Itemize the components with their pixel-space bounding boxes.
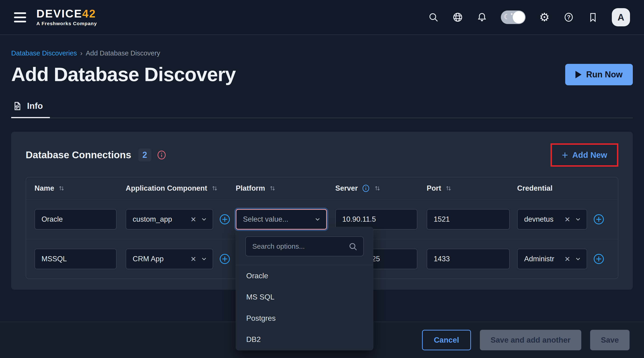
add-application-component-button-row1[interactable]	[219, 214, 230, 225]
save-and-add-another-button[interactable]: Save and add another	[480, 330, 581, 350]
save-button[interactable]: Save	[590, 330, 630, 350]
add-application-component-button-row2[interactable]	[219, 253, 230, 265]
toggle-knob	[513, 11, 525, 23]
application-component-select-row2[interactable]: CRM App ✕	[126, 249, 213, 269]
column-header-port[interactable]: Port	[427, 184, 517, 193]
settings-gear-icon[interactable]: ⚙	[539, 12, 550, 22]
column-header-server[interactable]: Server	[335, 184, 427, 193]
cancel-button[interactable]: Cancel	[422, 330, 471, 350]
section-title: Database Connections	[26, 149, 131, 161]
topbar-icons: ☾ ✦ ⚙ ? A	[428, 8, 630, 26]
server-input-row1[interactable]	[335, 209, 417, 230]
breadcrumb-separator: ›	[80, 49, 82, 57]
connections-table: Name Application Component Platform Serv…	[26, 177, 618, 279]
tab-info[interactable]: Info	[11, 101, 50, 118]
sort-icon[interactable]	[269, 185, 276, 192]
hamburger-menu-icon[interactable]	[14, 12, 26, 22]
credential-select-row1[interactable]: devnetus ✕	[517, 209, 587, 230]
chevron-down-icon	[574, 256, 582, 262]
user-avatar[interactable]: A	[612, 8, 630, 26]
port-input-row2[interactable]	[427, 249, 510, 269]
breadcrumb-current: Add Database Discovery	[86, 49, 160, 57]
table-row: custom_app ✕ Select value...	[26, 200, 618, 239]
tab-info-label: Info	[27, 101, 43, 111]
add-new-label: Add New	[572, 150, 607, 160]
dropdown-option-db2[interactable]: DB2	[236, 329, 373, 350]
dropdown-option-ms-sql[interactable]: MS SQL	[236, 287, 373, 308]
page-title: Add Database Discovery	[11, 63, 236, 86]
plus-icon: +	[562, 151, 568, 159]
add-credential-button-row2[interactable]	[593, 253, 604, 265]
breadcrumb: Database Discoveries › Add Database Disc…	[11, 49, 633, 57]
help-icon[interactable]: ?	[563, 12, 574, 22]
clear-icon[interactable]: ✕	[564, 215, 571, 224]
section-info-icon[interactable]	[156, 150, 167, 160]
add-credential-button-row1[interactable]	[593, 214, 604, 225]
clear-icon[interactable]: ✕	[564, 255, 571, 263]
sort-icon[interactable]	[374, 185, 381, 192]
dropdown-option-postgres[interactable]: Postgres	[236, 308, 373, 329]
add-new-button[interactable]: + Add New	[552, 145, 617, 165]
document-icon	[12, 101, 22, 111]
column-header-name[interactable]: Name	[34, 184, 126, 193]
credential-select-row2[interactable]: Administr ✕	[517, 249, 587, 269]
port-input-row1[interactable]	[427, 209, 510, 230]
search-icon[interactable]	[428, 12, 439, 22]
column-header-application-component[interactable]: Application Component	[126, 184, 236, 193]
topbar: DEVICE42 A Freshworks Company ☾ ✦ ⚙ ? A	[0, 0, 644, 35]
application-component-select-row1[interactable]: custom_app ✕	[126, 209, 213, 230]
svg-text:?: ?	[567, 14, 570, 20]
logo-accent-text: 42	[82, 7, 96, 20]
sort-icon[interactable]	[58, 185, 65, 192]
logo[interactable]: DEVICE42 A Freshworks Company	[36, 8, 97, 26]
platform-dropdown: Oracle MS SQL Postgres DB2	[236, 227, 373, 350]
play-icon	[576, 71, 582, 78]
globe-icon[interactable]	[452, 12, 463, 22]
run-now-label: Run Now	[586, 70, 622, 79]
add-new-annotation-box: + Add New	[550, 143, 618, 167]
notifications-bell-icon[interactable]	[476, 12, 487, 22]
column-header-credential[interactable]: Credential	[517, 184, 610, 193]
table-header-row: Name Application Component Platform Serv…	[26, 177, 618, 200]
search-icon	[348, 242, 358, 251]
dropdown-option-oracle[interactable]: Oracle	[236, 265, 373, 287]
bookmark-icon[interactable]	[588, 12, 598, 22]
avatar-letter: A	[618, 12, 624, 22]
column-header-platform[interactable]: Platform	[236, 184, 335, 193]
sort-icon[interactable]	[445, 185, 452, 192]
platform-select-row1[interactable]: Select value...	[236, 209, 327, 230]
clear-icon[interactable]: ✕	[190, 255, 197, 263]
chevron-down-icon	[200, 216, 208, 223]
logo-brand-text: DEVICE	[36, 7, 82, 20]
chevron-down-icon	[200, 256, 208, 262]
database-connections-card: Database Connections 2 + Add New Name	[11, 132, 633, 290]
dropdown-search-input[interactable]	[245, 236, 364, 256]
sort-icon[interactable]	[211, 185, 218, 192]
clear-icon[interactable]: ✕	[190, 215, 197, 224]
server-info-icon[interactable]	[362, 184, 370, 193]
breadcrumb-link-database-discoveries[interactable]: Database Discoveries	[11, 49, 77, 57]
chevron-down-icon	[574, 216, 582, 223]
name-input-row2[interactable]	[34, 249, 116, 269]
connections-count-badge: 2	[138, 148, 151, 162]
main-content: Database Discoveries › Add Database Disc…	[0, 49, 644, 290]
chevron-down-icon	[314, 216, 321, 223]
name-input-row1[interactable]	[34, 209, 116, 230]
moon-icon: ☾	[504, 12, 510, 21]
run-now-button[interactable]: Run Now	[565, 64, 633, 85]
tab-bar: Info	[11, 101, 633, 118]
dark-mode-toggle[interactable]: ☾ ✦	[501, 10, 526, 24]
logo-subtitle: A Freshworks Company	[36, 21, 97, 26]
